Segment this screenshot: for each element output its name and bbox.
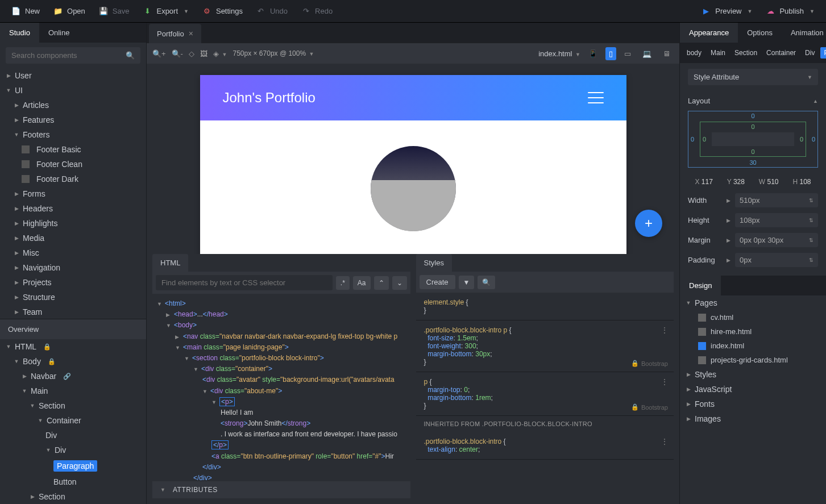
add-fab[interactable]: + [635,210,662,237]
device-desktop-icon[interactable]: 🖥 [659,47,674,60]
more-icon[interactable]: ⋮ [661,438,668,445]
close-icon[interactable]: × [189,29,193,38]
search-components-input[interactable] [6,47,120,64]
device-phone-icon[interactable]: 📱 [585,47,601,60]
undo-button[interactable]: ↶Undo [251,3,293,19]
crumb-container[interactable]: Container [763,47,799,59]
padding-input[interactable]: 0px⇅ [735,253,818,267]
settings-button[interactable]: ⚙Settings [197,3,248,19]
html-code[interactable]: ▼<html> ▶<head>...</head> ▼<body> ▶<nav … [152,294,410,481]
images-section[interactable]: ▶Images [680,411,826,426]
open-button[interactable]: 📁Open [48,3,91,19]
up-button[interactable]: ⌃ [374,276,389,290]
menu-icon[interactable] [588,92,604,103]
online-tab[interactable]: Online [39,23,79,43]
box-model[interactable]: 0 30 0 0 0 0 0 0 [680,111,826,173]
new-button[interactable]: 📄New [6,3,45,19]
ov-section2[interactable]: ▶Section [0,489,146,504]
tree-team[interactable]: ▶Team [0,305,146,319]
down-button[interactable]: ⌄ [392,276,407,290]
ov-section[interactable]: ▼Section [0,398,146,413]
page-cv[interactable]: cv.html [680,310,826,324]
layout-header[interactable]: Layout▲ [680,91,826,111]
doc-tab-portfolio[interactable]: Portfolio× [149,24,201,43]
styles-code[interactable]: element.style {} ⋮ .portfolio-block.bloc… [416,293,674,498]
more-icon[interactable]: ⋮ [661,378,668,386]
layers-icon[interactable]: ◈ ▼ [213,49,227,58]
zoom-in-icon[interactable]: 🔍+ [152,49,166,58]
margin-input[interactable]: 0px 0px 30px⇅ [735,233,818,247]
find-elements-input[interactable] [156,275,333,290]
ov-container[interactable]: ▼Container [0,413,146,428]
tree-media[interactable]: ▶Media [0,231,146,245]
tree-headers[interactable]: ▶Headers [0,201,146,216]
styles-tab[interactable]: Styles [416,254,452,272]
regex-button[interactable]: .* [336,276,350,290]
height-input[interactable]: 108px⇅ [735,213,818,227]
zoom-out-icon[interactable]: 🔍- [172,49,183,58]
ov-paragraph[interactable]: Paragraph [0,457,146,474]
appearance-tab[interactable]: Appearance [680,23,738,43]
canvas[interactable]: John's Portfolio + [147,64,679,254]
styles-section[interactable]: ▶Styles [680,367,826,382]
tree-ui[interactable]: ▼UI [0,83,146,98]
device-tablet-land-icon[interactable]: ▭ [621,47,634,60]
crumb-body[interactable]: body [683,47,705,59]
tree-footer-clean[interactable]: Footer Clean [0,157,146,172]
search-icon[interactable]: 🔍 [120,47,140,64]
tree-structure[interactable]: ▶Structure [0,290,146,305]
tree-misc[interactable]: ▶Misc [0,245,146,260]
redo-button[interactable]: ↷Redo [296,3,338,19]
crumb-paragraph[interactable]: Paragraph [820,47,826,59]
ov-navbar[interactable]: ▶Navbar🔗 [0,369,146,384]
tree-features[interactable]: ▶Features [0,113,146,127]
js-section[interactable]: ▶JavaScript [680,382,826,397]
export-button[interactable]: ⬇Export▼ [137,3,194,19]
attributes-section[interactable]: ▼ATTRIBUTES [152,481,410,498]
page-index[interactable]: index.html [680,339,826,353]
tree-user[interactable]: ▶User [0,68,146,83]
style-attribute-dropdown[interactable]: Style Attribute▼ [688,69,818,85]
ov-div[interactable]: Div [0,428,146,443]
crumb-main[interactable]: Main [707,47,729,59]
tree-navigation[interactable]: ▶Navigation [0,260,146,275]
rotate-icon[interactable]: ◇ [189,49,194,58]
device-laptop-icon[interactable]: 💻 [639,47,655,60]
options-tab[interactable]: Options [738,23,782,43]
design-tab[interactable]: Design [680,276,721,295]
tree-footers[interactable]: ▼Footers [0,127,146,142]
styles-search-icon[interactable]: 🔍 [478,276,495,289]
crumb-div[interactable]: Div [802,47,818,59]
ov-main[interactable]: ▼Main [0,384,146,398]
tree-highlights[interactable]: ▶Highlights [0,216,146,231]
pages-section[interactable]: ▼Pages [680,295,826,310]
lock-icon: 🔒 [48,358,56,365]
publish-button[interactable]: ☁Publish▼ [760,3,820,19]
page-hire[interactable]: hire-me.html [680,324,826,339]
more-icon[interactable]: ⋮ [661,326,668,334]
device-tablet-icon[interactable]: ▯ [605,47,616,60]
tree-footer-dark[interactable]: Footer Dark [0,172,146,186]
create-button[interactable]: Create [420,275,455,289]
tree-footer-basic[interactable]: Footer Basic [0,142,146,157]
preview-button[interactable]: ▶Preview▼ [696,3,758,19]
tree-projects[interactable]: ▶Projects [0,275,146,290]
fonts-section[interactable]: ▶Fonts [680,397,826,411]
tree-forms[interactable]: ▶Forms [0,186,146,201]
ov-div2[interactable]: ▼Div [0,443,146,457]
file-dropdown[interactable]: index.html ▼ [538,49,580,58]
tree-articles[interactable]: ▶Articles [0,98,146,113]
ov-html[interactable]: ▼HTML🔒 [0,339,146,354]
image-icon[interactable]: 🖼 [200,49,207,58]
save-button[interactable]: 💾Save [93,3,135,19]
crumb-section[interactable]: Section [731,47,761,59]
animation-tab[interactable]: Animation [782,23,826,43]
ov-body[interactable]: ▼Body🔒 [0,354,146,369]
studio-tab[interactable]: Studio [0,23,39,43]
page-projects[interactable]: projects-grid-cards.html [680,353,826,367]
width-input[interactable]: 510px⇅ [735,193,818,207]
html-tab[interactable]: HTML [152,254,188,272]
create-dropdown[interactable]: ▼ [459,276,475,289]
ov-button[interactable]: Button [0,474,146,489]
case-button[interactable]: Aa [353,276,371,290]
